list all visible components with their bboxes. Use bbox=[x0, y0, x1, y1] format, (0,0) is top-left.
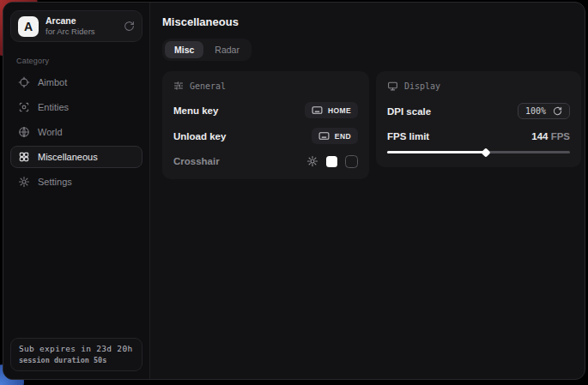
cards-row: General Menu key HOME Unload key bbox=[162, 71, 581, 179]
sidebar-item-label: Entities bbox=[38, 102, 69, 112]
session-duration-text: session duration 50s bbox=[19, 356, 134, 364]
category-label: Category bbox=[16, 57, 142, 65]
menu-key-value: HOME bbox=[328, 106, 351, 115]
sidebar-item-entities[interactable]: Entities bbox=[10, 96, 142, 118]
sidebar-item-world[interactable]: World bbox=[10, 121, 142, 143]
fps-slider-fill bbox=[387, 151, 486, 153]
keyboard-icon bbox=[318, 131, 330, 141]
fps-unit: FPS bbox=[551, 131, 570, 141]
crosshair-icon bbox=[18, 76, 30, 88]
fps-slider-thumb[interactable] bbox=[481, 147, 490, 157]
entities-scan-icon bbox=[18, 101, 30, 113]
unload-key-bind-button[interactable]: END bbox=[312, 128, 358, 144]
tab-radar[interactable]: Radar bbox=[205, 41, 249, 58]
app-subtitle: for Arc Riders bbox=[45, 27, 95, 37]
crosshair-checkbox[interactable] bbox=[345, 155, 358, 168]
fps-limit-row: FPS limit 144 FPS bbox=[387, 129, 570, 144]
sub-expires-text: Sub expires in 23d 20h bbox=[19, 344, 134, 353]
fps-limit-slider[interactable] bbox=[387, 147, 570, 157]
keyboard-icon bbox=[312, 105, 323, 115]
globe-icon bbox=[18, 126, 30, 138]
page-title: Miscellaneous bbox=[162, 15, 581, 28]
tab-bar: Misc Radar bbox=[162, 39, 252, 61]
monitor-icon bbox=[387, 81, 398, 92]
sidebar-item-label: Aimbot bbox=[38, 77, 67, 87]
sidebar-item-miscellaneous[interactable]: Miscellaneous bbox=[10, 146, 142, 168]
app-name: Arcane bbox=[45, 15, 95, 27]
sidebar-item-label: Miscellaneous bbox=[38, 152, 98, 162]
dpi-scale-row: DPI scale 100% bbox=[387, 103, 570, 119]
fps-limit-label: FPS limit bbox=[387, 131, 429, 141]
dpi-scale-control[interactable]: 100% bbox=[518, 103, 570, 119]
unload-key-row: Unload key END bbox=[173, 128, 358, 144]
sidebar: A Arcane for Arc Riders Category Aimbot … bbox=[3, 3, 150, 379]
unload-key-label: Unload key bbox=[173, 131, 226, 141]
tab-misc[interactable]: Misc bbox=[165, 41, 203, 58]
menu-key-label: Menu key bbox=[173, 105, 218, 116]
crosshair-color-swatch[interactable] bbox=[326, 156, 337, 167]
general-card: General Menu key HOME Unload key bbox=[162, 71, 369, 179]
crosshair-row: Crosshair bbox=[173, 153, 358, 169]
dpi-scale-label: DPI scale bbox=[387, 106, 431, 117]
menu-key-row: Menu key HOME bbox=[173, 102, 358, 118]
refresh-icon[interactable] bbox=[553, 106, 562, 116]
grid-icon bbox=[18, 151, 30, 163]
gear-icon bbox=[18, 176, 30, 188]
menu-key-bind-button[interactable]: HOME bbox=[305, 102, 358, 118]
general-card-header: General bbox=[173, 81, 358, 91]
sidebar-item-aimbot[interactable]: Aimbot bbox=[10, 71, 142, 93]
dpi-scale-value: 100% bbox=[525, 106, 546, 116]
sidebar-item-settings[interactable]: Settings bbox=[10, 171, 142, 193]
sliders-icon bbox=[173, 81, 184, 91]
fps-number: 144 bbox=[531, 131, 548, 141]
general-card-title: General bbox=[190, 81, 226, 91]
display-card-title: Display bbox=[404, 81, 440, 91]
display-card: Display DPI scale 100% FPS limit 144 FPS bbox=[376, 71, 581, 167]
app-window: A Arcane for Arc Riders Category Aimbot … bbox=[3, 2, 585, 380]
subscription-info-card: Sub expires in 23d 20h session duration … bbox=[10, 338, 142, 371]
crosshair-label: Crosshair bbox=[173, 156, 220, 166]
sidebar-item-label: World bbox=[38, 127, 63, 137]
crosshair-settings-gear-icon[interactable] bbox=[306, 155, 318, 167]
app-logo: A bbox=[18, 16, 39, 37]
crosshair-controls bbox=[306, 155, 358, 168]
unload-key-value: END bbox=[335, 132, 351, 141]
fps-limit-value: 144 FPS bbox=[531, 131, 570, 141]
display-card-header: Display bbox=[387, 81, 570, 92]
brand-text: Arcane for Arc Riders bbox=[45, 15, 95, 37]
main-content: Miscellaneous Misc Radar General Menu ke… bbox=[150, 3, 585, 379]
refresh-icon[interactable] bbox=[124, 21, 135, 32]
brand-card: A Arcane for Arc Riders bbox=[10, 10, 142, 42]
sidebar-item-label: Settings bbox=[38, 177, 72, 187]
